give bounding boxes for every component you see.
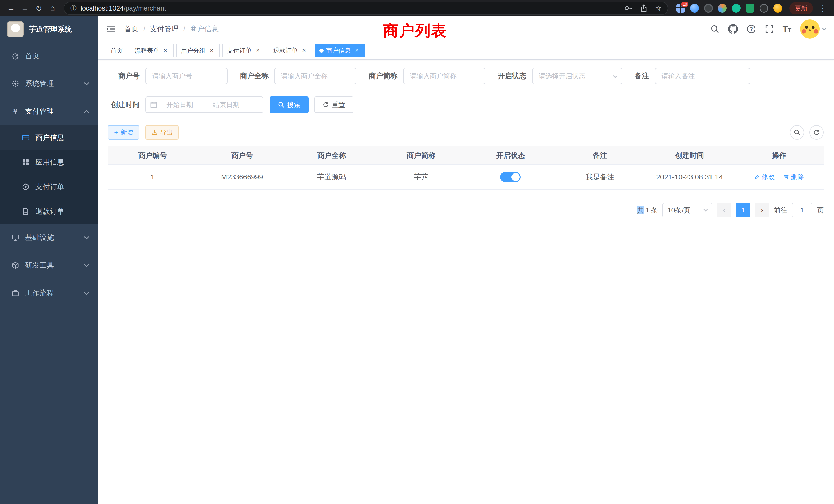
remark-input[interactable]: [655, 68, 750, 84]
prev-page-button[interactable]: ‹: [717, 203, 731, 217]
url-path: /pay/merchant: [124, 4, 166, 12]
sidebar-item-system[interactable]: 系统管理: [0, 70, 97, 97]
cell-status: [466, 165, 555, 189]
status-label: 开启状态: [498, 71, 526, 81]
goto-suffix: 页: [817, 206, 824, 215]
breadcrumb-section[interactable]: 支付管理: [150, 24, 179, 34]
share-icon[interactable]: [640, 4, 648, 12]
status-toggle[interactable]: [500, 172, 521, 182]
home-icon[interactable]: ⌂: [46, 1, 60, 15]
close-icon[interactable]: ×: [162, 47, 169, 54]
tab-merchant-info[interactable]: 商户信息×: [315, 44, 365, 57]
search-button[interactable]: 搜索: [270, 96, 309, 113]
tab-label: 用户分组: [181, 46, 205, 55]
cell-remark: 我是备注: [555, 165, 645, 189]
next-page-button[interactable]: ›: [755, 203, 769, 217]
tab-refund-order[interactable]: 退款订单×: [269, 44, 312, 57]
extension-grid-icon[interactable]: 10: [676, 4, 685, 13]
table-toolbar: + 新增 导出: [108, 125, 824, 140]
breadcrumb-home[interactable]: 首页: [124, 24, 139, 34]
monitor-icon: [11, 233, 20, 242]
full-name-input[interactable]: [274, 68, 356, 84]
close-icon[interactable]: ×: [353, 47, 360, 54]
col-operation: 操作: [734, 146, 824, 165]
fullscreen-icon[interactable]: [765, 24, 774, 33]
help-icon[interactable]: ?: [747, 24, 756, 33]
browser-update-button[interactable]: 更新: [789, 2, 813, 14]
tab-home[interactable]: 首页: [106, 44, 127, 57]
status-select[interactable]: [532, 68, 622, 84]
font-size-icon[interactable]: TT: [783, 25, 791, 33]
avatar[interactable]: [800, 19, 820, 39]
user-menu[interactable]: [800, 19, 826, 39]
extension-face-icon[interactable]: [773, 4, 782, 13]
forward-icon[interactable]: →: [18, 1, 32, 15]
refresh-button[interactable]: [809, 125, 824, 140]
toggle-search-button[interactable]: [790, 125, 804, 140]
sidebar-toggle-icon[interactable]: [106, 24, 116, 34]
close-icon[interactable]: ×: [208, 47, 215, 54]
sidebar-item-refund-order[interactable]: 退款订单: [0, 199, 97, 224]
annotation-merchant-list: 商户列表: [383, 21, 447, 41]
short-name-input[interactable]: [403, 68, 485, 84]
browser-menu-dots-icon[interactable]: ⋮: [816, 1, 830, 15]
export-button[interactable]: 导出: [145, 125, 179, 140]
close-icon[interactable]: ×: [254, 47, 261, 54]
sidebar-menu: 首页 系统管理 ¥ 支付管理 商户信息: [0, 42, 97, 307]
sidebar-item-pay-order[interactable]: 支付订单: [0, 175, 97, 199]
back-icon[interactable]: ←: [4, 1, 18, 15]
extension-pin-icon[interactable]: [760, 4, 768, 13]
sidebar-item-payment[interactable]: ¥ 支付管理: [0, 97, 97, 125]
delete-link[interactable]: 删除: [783, 173, 804, 181]
edit-link[interactable]: 修改: [754, 173, 775, 181]
tab-user-group[interactable]: 用户分组×: [176, 44, 220, 57]
status-select-input[interactable]: [532, 68, 622, 84]
extension-dark-icon[interactable]: [704, 4, 713, 13]
extension-book-icon[interactable]: [746, 4, 754, 13]
reset-button[interactable]: 重置: [314, 96, 353, 113]
bookmark-star-icon[interactable]: ☆: [655, 4, 661, 13]
site-info-icon[interactable]: ⓘ: [70, 4, 76, 12]
dashboard-icon: [11, 52, 20, 60]
date-start-input[interactable]: [160, 101, 200, 109]
github-icon[interactable]: [728, 24, 738, 34]
address-bar[interactable]: ⓘ localhost:1024/pay/merchant ☆: [64, 2, 668, 15]
merchant-table: 商户编号 商户号 商户全称 商户简称 开启状态 备注 创建时间 操作 1: [108, 146, 824, 190]
tab-pay-order[interactable]: 支付订单×: [222, 44, 266, 57]
sidebar-item-workflow[interactable]: 工作流程: [0, 279, 97, 307]
cell-merchant-id: 1: [108, 165, 197, 189]
tab-process-form[interactable]: 流程表单×: [130, 44, 174, 57]
app-logo[interactable]: 芋道管理系统: [0, 17, 97, 42]
date-range-picker[interactable]: -: [145, 96, 263, 113]
extension-avatar-icon[interactable]: [718, 4, 727, 13]
search-icon[interactable]: [710, 24, 720, 33]
top-navbar: 首页 / 支付管理 / 商户信息 商户列表 ? TT: [97, 17, 834, 42]
reload-icon[interactable]: ↻: [32, 1, 46, 15]
edit-link-label: 修改: [762, 173, 775, 181]
extension-drop-icon[interactable]: [690, 4, 699, 13]
sidebar-item-home[interactable]: 首页: [0, 42, 97, 70]
sidebar-item-devtools[interactable]: 研发工具: [0, 251, 97, 279]
extension-green-icon[interactable]: [732, 4, 741, 13]
close-icon[interactable]: ×: [301, 47, 308, 54]
page-size-select[interactable]: 10条/页: [662, 203, 712, 217]
sidebar-item-merchant-info[interactable]: 商户信息: [0, 125, 97, 150]
chevron-down-icon: [84, 262, 89, 267]
page-1-button[interactable]: 1: [736, 203, 750, 217]
merchant-no-input[interactable]: [145, 68, 227, 84]
breadcrumb-separator: /: [183, 25, 185, 33]
add-button[interactable]: + 新增: [108, 125, 139, 140]
search-button-label: 搜索: [287, 100, 301, 109]
total-rest: 1 条: [645, 206, 658, 214]
briefcase-icon: [11, 289, 20, 297]
date-end-input[interactable]: [206, 101, 246, 109]
sidebar-item-app-info[interactable]: 应用信息: [0, 150, 97, 175]
password-key-icon[interactable]: [624, 4, 632, 12]
navbar-actions: ? TT: [710, 19, 826, 39]
goto-page-input[interactable]: [792, 203, 812, 217]
tab-label: 流程表单: [135, 46, 159, 55]
yen-icon: ¥: [11, 107, 20, 115]
sidebar-item-infrastructure[interactable]: 基础设施: [0, 224, 97, 251]
page-content: 商户号 商户全称 商户简称 开启状态: [97, 60, 834, 504]
cell-merchant-no: M233666999: [197, 165, 287, 189]
